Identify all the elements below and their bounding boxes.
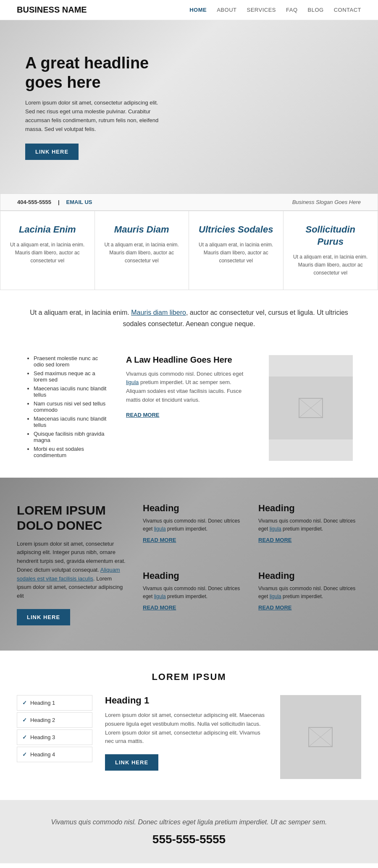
- dark-card-heading-4: Heading: [258, 570, 361, 581]
- nav-services[interactable]: SERVICES: [247, 7, 276, 13]
- dark-read-more-4[interactable]: READ MORE: [258, 604, 291, 611]
- lorem-image: [280, 695, 361, 779]
- check-icon: ✓: [22, 734, 27, 740]
- hero-body: Lorem ipsum dolor sit amet, consectetur …: [25, 99, 160, 133]
- quote-section: Vivamus quis commodo nisl. Donec ultrice…: [0, 800, 378, 863]
- dark-card-4: Heading Vivamus quis commodo nisl. Donec…: [258, 570, 361, 625]
- divider: |: [58, 199, 60, 205]
- dark-cta-button[interactable]: LINK HERE: [17, 609, 70, 625]
- features-grid: Lacinia Enim Ut a aliquam erat, in lacin…: [0, 211, 378, 290]
- lorem-cta-button[interactable]: LINK HERE: [105, 754, 158, 771]
- slogan: Business Slogan Goes Here: [292, 199, 361, 205]
- intro-section: Ut a aliquam erat, in lacinia enim. Maur…: [0, 290, 378, 346]
- law-list: Praesent molestie nunc ac odio sed lorem…: [25, 355, 109, 461]
- feature-body-2: Ut a aliquam erat, in lacinia enim. Maur…: [103, 241, 181, 265]
- logo: BUSINESS NAME: [17, 5, 87, 15]
- placeholder-icon: [308, 727, 333, 748]
- contact-phone: 404-555-5555: [17, 199, 51, 205]
- dark-read-more-3[interactable]: READ MORE: [143, 604, 176, 611]
- dark-card-body-3: Vivamus quis commodo nisl. Donec ultrice…: [143, 585, 246, 601]
- sidebar-item-3[interactable]: ✓ Heading 3: [17, 729, 92, 745]
- dark-card-heading-3: Heading: [143, 570, 246, 581]
- lorem-sidebar: ✓ Heading 1 ✓ Heading 2 ✓ Heading 3 ✓ He…: [17, 695, 92, 779]
- dark-section: LOREM IPSUM DOLO DONEC Lorem ipsum dolor…: [0, 478, 378, 651]
- dark-read-more-2[interactable]: READ MORE: [258, 537, 291, 543]
- nav-about[interactable]: ABOUT: [217, 7, 236, 13]
- feature-title-2: Mauris Diam: [103, 224, 181, 236]
- lorem-main-heading: Heading 1: [105, 695, 268, 706]
- placeholder-icon: [298, 397, 323, 418]
- check-icon: ✓: [22, 700, 27, 706]
- nav-faq[interactable]: FAQ: [286, 7, 298, 13]
- header: BUSINESS NAME HOME ABOUT SERVICES FAQ BL…: [0, 0, 378, 20]
- law-heading: A Law Headline Goes Here: [126, 355, 252, 365]
- dark-card-body-2: Vivamus quis commodo nisl. Donec ultrice…: [258, 517, 361, 533]
- contact-bar-left: 404-555-5555 | EMAIL US: [17, 199, 92, 205]
- contact-bar: 404-555-5555 | EMAIL US Business Slogan …: [0, 193, 378, 211]
- hero-section: A great headline goes here Lorem ipsum d…: [0, 20, 378, 193]
- list-item: Sed maximus neque ac a lorem sed: [34, 370, 109, 383]
- list-item: Maecenas iaculis nunc blandit tellus: [34, 416, 109, 428]
- check-icon: ✓: [22, 751, 27, 758]
- main-nav: HOME ABOUT SERVICES FAQ BLOG CONTACT: [189, 7, 361, 13]
- nav-contact[interactable]: CONTACT: [334, 7, 361, 13]
- law-body: Vivamus quis commodo nisl. Donec ultrice…: [126, 370, 252, 405]
- dark-right: Heading Vivamus quis commodo nisl. Donec…: [143, 503, 361, 626]
- footer-top: Address 2247 Northlake Pkwy Tucker, GA 3…: [0, 863, 378, 868]
- sidebar-item-4[interactable]: ✓ Heading 4: [17, 747, 92, 762]
- feature-title-4: Sollicitudin Purus: [292, 224, 370, 248]
- dark-card-3: Heading Vivamus quis commodo nisl. Donec…: [143, 570, 246, 625]
- dark-link[interactable]: Aliquam sodales est vitae facilisis iacu…: [17, 567, 120, 582]
- feature-card-3: Ultricies Sodales Ut a aliquam erat, in …: [189, 211, 284, 290]
- feature-card-4: Sollicitudin Purus Ut a aliquam erat, in…: [284, 211, 378, 290]
- lorem-content: ✓ Heading 1 ✓ Heading 2 ✓ Heading 3 ✓ He…: [17, 695, 361, 779]
- check-icon: ✓: [22, 717, 27, 723]
- sidebar-label-3: Heading 3: [30, 734, 55, 740]
- dark-left: LOREM IPSUM DOLO DONEC Lorem ipsum dolor…: [17, 503, 126, 626]
- image-placeholder: [269, 376, 353, 439]
- lorem-section: LOREM IPSUM ✓ Heading 1 ✓ Heading 2 ✓ He…: [0, 651, 378, 800]
- law-section: Praesent molestie nunc ac odio sed lorem…: [0, 347, 378, 478]
- lorem-image-placeholder: [280, 695, 361, 779]
- hero-cta-button[interactable]: LINK HERE: [25, 144, 79, 160]
- feature-title-3: Ultricies Sodales: [197, 224, 275, 236]
- dark-card-2: Heading Vivamus quis commodo nisl. Donec…: [258, 503, 361, 558]
- law-image: [269, 355, 353, 461]
- quote-phone: 555-555-5555: [17, 833, 361, 846]
- intro-link[interactable]: Mauris diam libero: [131, 309, 186, 316]
- law-link[interactable]: ligula: [126, 379, 139, 385]
- dark-card-body-4: Vivamus quis commodo nisl. Donec ultrice…: [258, 585, 361, 601]
- contact-email-link[interactable]: EMAIL US: [66, 199, 92, 205]
- nav-blog[interactable]: BLOG: [308, 7, 324, 13]
- list-item: Praesent molestie nunc ac odio sed lorem: [34, 355, 109, 368]
- list-item: Morbi eu est sodales condimentum: [34, 446, 109, 458]
- law-read-more[interactable]: READ MORE: [126, 412, 159, 418]
- list-item: Nam cursus nisi vel sed tellus commodo: [34, 400, 109, 413]
- feature-body-4: Ut a aliquam erat, in lacinia enim. Maur…: [292, 253, 370, 277]
- intro-text: Ut a aliquam erat, in lacinia enim. Maur…: [25, 307, 353, 329]
- dark-body: Lorem ipsum dolor sit amet, consectetur …: [17, 540, 126, 601]
- feature-title-1: Lacinia Enim: [9, 224, 86, 236]
- dark-card-body-1: Vivamus quis commodo nisl. Donec ultrice…: [143, 517, 246, 533]
- dark-read-more-1[interactable]: READ MORE: [143, 537, 176, 543]
- sidebar-label-1: Heading 1: [30, 700, 55, 706]
- lorem-main: Heading 1 Lorem ipsum dolor sit amet, co…: [105, 695, 268, 779]
- sidebar-item-1[interactable]: ✓ Heading 1: [17, 695, 92, 711]
- dark-card-1: Heading Vivamus quis commodo nisl. Donec…: [143, 503, 246, 558]
- sidebar-label-2: Heading 2: [30, 717, 55, 723]
- law-bullet-list: Praesent molestie nunc ac odio sed lorem…: [25, 355, 109, 458]
- lorem-main-body: Lorem ipsum dolor sit amet, consectetur …: [105, 711, 268, 746]
- hero-headline: A great headline goes here: [25, 54, 172, 92]
- dark-card-heading-1: Heading: [143, 503, 246, 514]
- feature-body-1: Ut a aliquam erat, in lacinia enim. Maur…: [9, 241, 86, 265]
- list-item: Maecenas iaculis nunc blandit tellus: [34, 385, 109, 398]
- law-content: A Law Headline Goes Here Vivamus quis co…: [126, 355, 252, 461]
- feature-card-1: Lacinia Enim Ut a aliquam erat, in lacin…: [0, 211, 95, 290]
- nav-home[interactable]: HOME: [189, 7, 207, 13]
- lorem-section-title: LOREM IPSUM: [17, 672, 361, 682]
- feature-body-3: Ut a aliquam erat, in lacinia enim. Maur…: [197, 241, 275, 265]
- sidebar-label-4: Heading 4: [30, 751, 55, 758]
- sidebar-item-2[interactable]: ✓ Heading 2: [17, 712, 92, 728]
- dark-card-heading-2: Heading: [258, 503, 361, 514]
- quote-text: Vivamus quis commodo nisl. Donec ultrice…: [17, 817, 361, 828]
